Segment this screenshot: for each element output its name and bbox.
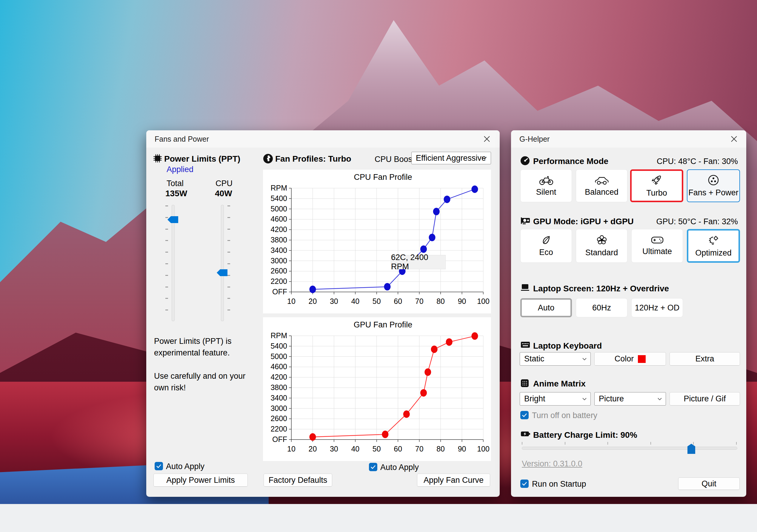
chevron-down-icon <box>657 398 662 401</box>
chevron-down-icon <box>482 156 487 160</box>
battery-slider-thumb[interactable] <box>687 444 695 454</box>
screen-120hz-od-button[interactable]: 120Hz + OD <box>631 298 683 317</box>
perf-mode-silent-button[interactable]: Silent <box>520 169 572 202</box>
run-on-startup-label: Run on Startup <box>532 480 586 489</box>
gpu-mode-eco-button[interactable]: Eco <box>520 229 572 263</box>
mode-button-label: 60Hz <box>592 303 611 313</box>
svg-text:5400: 5400 <box>270 342 287 350</box>
keyboard-mode-dropdown[interactable]: Static <box>520 352 591 366</box>
gpu-fan-chart[interactable]: GPU Fan ProfileRPM5400500046004200380034… <box>263 317 491 461</box>
matrix-brightness-dropdown[interactable]: Bright <box>520 392 591 406</box>
svg-text:100: 100 <box>477 297 490 305</box>
svg-text:RPM: RPM <box>270 331 287 340</box>
mode-button-label: Fans + Power <box>688 188 738 197</box>
mode-button-label: Auto <box>538 303 555 313</box>
svg-text:4200: 4200 <box>270 225 287 234</box>
version-link[interactable]: Version: 0.31.0.0 <box>522 459 582 468</box>
svg-text:20: 20 <box>309 297 317 305</box>
keyboard-extra-button[interactable]: Extra <box>670 352 740 366</box>
total-slider-thumb[interactable] <box>167 216 178 223</box>
fan-profiles-heading: Fan Profiles: Turbo <box>275 154 351 164</box>
fan-curve-tooltip: 62C, 2400 RPM <box>391 255 446 269</box>
applied-link[interactable]: Applied <box>167 165 194 174</box>
check-icon <box>156 464 162 468</box>
svg-text:2200: 2200 <box>270 277 287 285</box>
cpu-slider-track[interactable] <box>221 205 224 321</box>
auto-apply-power-checkbox[interactable] <box>155 462 163 470</box>
bulb-gear-icon <box>708 234 719 246</box>
keyboard-color-button[interactable]: Color <box>594 352 666 366</box>
check-icon <box>522 413 527 417</box>
mode-button-label: Optimized <box>695 248 732 258</box>
perf-mode-turbo-button[interactable]: Turbo <box>630 169 683 202</box>
fan-circle-icon <box>708 175 719 186</box>
laptop-keyboard-heading: Laptop Keyboard <box>533 341 602 351</box>
check-icon <box>371 465 376 469</box>
bicycle-icon <box>539 175 553 185</box>
power-limits-heading: Power Limits (PPT) <box>164 154 240 164</box>
auto-apply-fan-checkbox[interactable] <box>369 463 377 471</box>
fans-window-titlebar: Fans and Power <box>146 130 500 148</box>
quit-button[interactable]: Quit <box>678 477 740 490</box>
battery-charge-icon <box>520 430 530 438</box>
gpu-mode-standard-button[interactable]: Standard <box>576 229 627 263</box>
laptop-screen-heading: Laptop Screen: 120Hz + Overdrive <box>533 284 669 294</box>
turn-off-on-battery-checkbox[interactable] <box>520 411 529 419</box>
taskbar: G G ENG <box>0 504 757 532</box>
factory-defaults-button[interactable]: Factory Defaults <box>263 474 332 487</box>
cpu-boost-value: Efficient Aggressive <box>416 154 486 163</box>
perf-mode-balanced-button[interactable]: Balanced <box>576 169 627 202</box>
ghelper-title: G-Helper <box>519 135 550 143</box>
svg-text:60: 60 <box>394 445 402 453</box>
cpu-boost-label: CPU Boost <box>375 155 415 164</box>
screen-auto-button[interactable]: Auto <box>520 298 572 317</box>
cpu-fan-chart-panel[interactable]: CPU Fan ProfileRPM5400500046004200380034… <box>263 170 491 313</box>
svg-text:3400: 3400 <box>270 394 287 402</box>
perf-mode-fans-power-button[interactable]: Fans + Power <box>687 169 740 202</box>
car-icon <box>594 175 609 185</box>
ghelper-titlebar: G-Helper <box>511 130 746 148</box>
mode-button-label: Balanced <box>585 187 619 197</box>
svg-text:100: 100 <box>477 445 490 453</box>
ghelper-window: G-Helper Performance Mode CPU: 48°C - Fa… <box>511 130 746 497</box>
cpu-temp-status: CPU: 48°C - Fan: 30% <box>657 157 738 166</box>
total-label: Total <box>167 179 184 188</box>
cpu-chip-icon <box>153 154 163 163</box>
svg-text:5000: 5000 <box>270 205 287 213</box>
svg-text:2200: 2200 <box>270 425 287 433</box>
auto-apply-fan-label: Auto Apply <box>380 463 419 472</box>
svg-text:40: 40 <box>351 445 359 453</box>
cpu-boost-dropdown[interactable]: Efficient Aggressive <box>411 152 491 164</box>
close-icon[interactable] <box>730 134 739 143</box>
cpu-fan-chart[interactable]: CPU Fan ProfileRPM5400500046004200380034… <box>263 170 491 313</box>
screen-60hz-button[interactable]: 60Hz <box>576 298 627 317</box>
mode-button-label: Eco <box>539 248 553 257</box>
svg-text:2600: 2600 <box>270 266 287 275</box>
mode-button-label: Ultimate <box>642 247 672 256</box>
close-icon[interactable] <box>482 134 491 143</box>
gpu-mode-optimized-button[interactable]: Optimized <box>687 229 740 263</box>
svg-text:4200: 4200 <box>270 373 287 381</box>
gpu-mode-heading: GPU Mode: iGPU + dGPU <box>533 217 634 226</box>
battery-slider-ticks <box>522 442 737 445</box>
run-on-startup-checkbox[interactable] <box>520 480 529 488</box>
battery-slider-track[interactable] <box>522 447 737 450</box>
cpu-value: 40W <box>215 189 232 198</box>
gpu-fan-chart-panel[interactable]: GPU Fan ProfileRPM5400500046004200380034… <box>263 317 491 461</box>
svg-text:30: 30 <box>330 445 338 453</box>
svg-text:OFF: OFF <box>272 435 287 443</box>
matrix-mode-dropdown[interactable]: Picture <box>594 392 666 406</box>
battery-charge-limit-heading: Battery Charge Limit: 90% <box>533 430 637 440</box>
picture-gif-button[interactable]: Picture / Gif <box>670 392 740 406</box>
anime-matrix-icon <box>520 379 529 388</box>
svg-text:50: 50 <box>373 297 381 305</box>
apply-power-limits-button[interactable]: Apply Power Limits <box>153 474 248 487</box>
apply-fan-curve-button[interactable]: Apply Fan Curve <box>417 474 490 487</box>
power-limits-warning-2: Use carefully and on your own risk! <box>154 370 253 394</box>
svg-text:3000: 3000 <box>270 404 287 412</box>
check-icon <box>522 482 527 486</box>
gpu-mode-ultimate-button[interactable]: Ultimate <box>631 229 683 263</box>
svg-text:3000: 3000 <box>270 257 287 265</box>
svg-text:90: 90 <box>458 445 466 453</box>
cpu-slider-thumb[interactable] <box>217 269 227 276</box>
